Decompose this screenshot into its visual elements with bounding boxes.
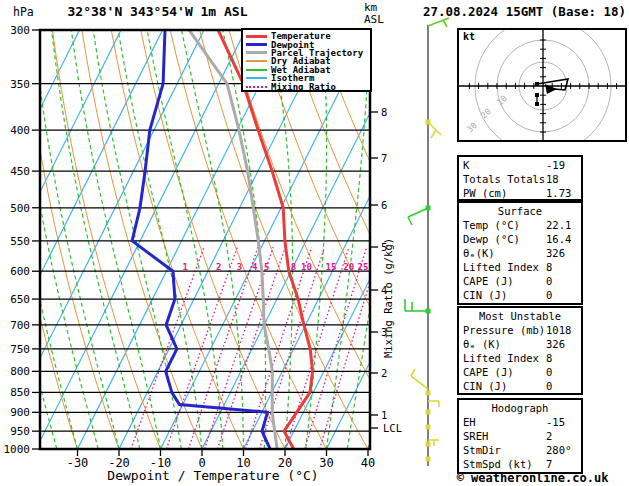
svg-text:5: 5	[264, 262, 269, 272]
legend-line-swatch	[246, 86, 267, 88]
svg-text:8: 8	[381, 106, 387, 118]
legend: TemperatureDewpointParcel TrajectoryDry …	[241, 28, 372, 92]
svg-text:2: 2	[216, 262, 221, 272]
wind-barb-dot	[426, 457, 431, 462]
svg-text:6: 6	[381, 199, 387, 211]
svg-text:20: 20	[343, 262, 354, 272]
svg-text:15: 15	[325, 262, 336, 272]
svg-text:1000: 1000	[4, 443, 31, 456]
legend-line-swatch	[246, 35, 267, 38]
legend-line-swatch	[246, 69, 267, 71]
svg-text:30: 30	[319, 456, 333, 470]
svg-text:10: 10	[301, 262, 312, 272]
legend-line-swatch	[246, 77, 267, 79]
svg-text:750: 750	[10, 343, 30, 356]
x-axis-title: Dewpoint / Temperature (°C)	[107, 468, 318, 483]
wind-barb-dot	[426, 206, 431, 211]
svg-text:400: 400	[10, 124, 30, 137]
sounding-curves	[132, 30, 313, 449]
wind-barb-dot	[426, 425, 431, 430]
svg-text:450: 450	[10, 165, 30, 178]
svg-text:650: 650	[10, 293, 30, 306]
wind-barb-dot	[426, 410, 431, 415]
wind-barb	[408, 208, 428, 217]
svg-text:500: 500	[10, 202, 30, 215]
svg-text:4: 4	[252, 262, 258, 272]
mixing-ratio-axis-label: Mixing Ratio (g/kg)	[382, 238, 394, 358]
dewpoint-curve	[132, 30, 270, 449]
svg-text:25: 25	[358, 262, 369, 272]
svg-text:900: 900	[10, 406, 30, 419]
svg-text:1: 1	[182, 262, 187, 272]
svg-text:300: 300	[10, 24, 30, 37]
wind-barb-dot	[426, 120, 431, 125]
legend-line-swatch	[246, 60, 267, 62]
svg-text:800: 800	[10, 365, 30, 378]
wind-barb-dot	[426, 309, 431, 314]
svg-text:-30: -30	[67, 456, 89, 470]
svg-text:40: 40	[361, 456, 375, 470]
hodograph-unit-label: kt	[463, 31, 475, 42]
skewt-background-lines	[0, 30, 617, 449]
svg-text:3: 3	[237, 262, 242, 272]
svg-text:600: 600	[10, 265, 30, 278]
wind-barb-dot	[426, 391, 431, 396]
wind-barb	[431, 130, 436, 138]
legend-item-label: Isotherm	[271, 74, 314, 82]
svg-text:1: 1	[381, 409, 387, 421]
svg-text:550: 550	[10, 235, 30, 248]
legend-item-label: Temperature	[271, 32, 331, 40]
svg-text:2: 2	[381, 367, 387, 379]
wind-barb	[443, 20, 447, 27]
wind-barb	[408, 217, 412, 225]
wind-barb-column	[405, 18, 449, 466]
svg-text:7: 7	[381, 152, 387, 164]
wind-barb-dot	[426, 442, 431, 447]
legend-item-label: Mixing Ratio	[271, 83, 336, 91]
svg-text:950: 950	[10, 425, 30, 438]
svg-text:350: 350	[10, 78, 30, 91]
svg-text:850: 850	[10, 386, 30, 399]
legend-item: Mixing Ratio	[243, 82, 370, 90]
svg-text:700: 700	[10, 319, 30, 332]
legend-line-swatch	[246, 43, 267, 46]
lcl-label: LCL	[383, 422, 402, 434]
skewt-sounding-app: 1234581015202530035040045050055060065070…	[0, 0, 629, 486]
wind-barb	[411, 376, 428, 389]
svg-text:8: 8	[291, 262, 296, 272]
legend-line-swatch	[246, 51, 267, 54]
wind-barb	[411, 369, 415, 376]
